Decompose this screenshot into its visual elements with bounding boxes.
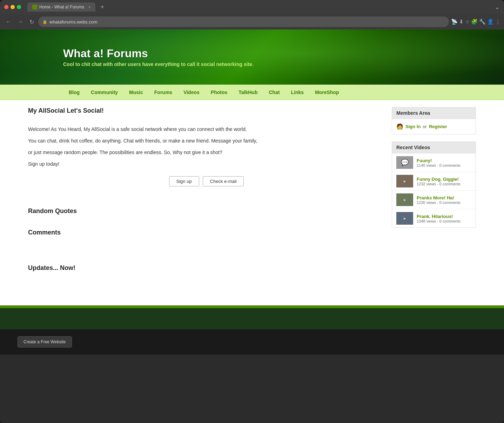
browser-toolbar: ← → ↻ 🔒 whataforums.webs.com 📡 ⬇ ☆ 🧩 🔧 👤… bbox=[0, 14, 504, 29]
url-text: whataforums.webs.com bbox=[49, 19, 98, 25]
video-title-2[interactable]: Funny Dog. Giggle! bbox=[417, 177, 461, 182]
recent-videos-header: Recent Videos bbox=[392, 142, 476, 153]
toolbar-actions: 📡 ⬇ ☆ 🧩 🔧 👤 ⋮ bbox=[451, 19, 500, 25]
tab-close-icon[interactable]: × bbox=[88, 5, 90, 9]
check-email-button[interactable]: Check e-mail bbox=[203, 176, 244, 186]
extension-icon[interactable]: 🧩 bbox=[471, 19, 478, 25]
browser-titlebar: Home - What a! Forums × + ⌄ bbox=[0, 0, 504, 14]
video-meta-2: 1232 views - 0 comments bbox=[417, 182, 461, 186]
video-info-2: Funny Dog. Giggle! 1232 views - 0 commen… bbox=[417, 177, 461, 186]
video-item-2: ▶ Funny Dog. Giggle! 1232 views - 0 comm… bbox=[392, 172, 476, 191]
content-area: My AllSocial Let's Social! Welcome! As Y… bbox=[28, 100, 385, 305]
video-item-4: ▶ Prank. Hilarious! 1348 views - 0 comme… bbox=[392, 209, 476, 227]
address-bar[interactable]: 🔒 whataforums.webs.com bbox=[38, 16, 449, 27]
nav-item-moreshop[interactable]: MoreShop bbox=[309, 85, 344, 100]
nav-item-photos[interactable]: Photos bbox=[205, 85, 233, 100]
minimize-button[interactable] bbox=[11, 5, 15, 9]
paragraph-4: Sign up today! bbox=[28, 160, 385, 168]
menu-icon[interactable]: ⋮ bbox=[495, 19, 500, 25]
sidebar: Members Area 🧑 Sign In or Register Recen… bbox=[392, 100, 476, 305]
paragraph-2: You can chat, drink hot coffee, do anyth… bbox=[28, 137, 385, 145]
create-website-button[interactable]: Create a Free Website bbox=[18, 336, 72, 348]
video-title-3[interactable]: Pranks More! Ha! bbox=[417, 195, 461, 200]
random-quotes-title: Random Quotes bbox=[28, 207, 385, 215]
nav-item-talkhub[interactable]: TalkHub bbox=[233, 85, 263, 100]
updates-section: Updates... Now! bbox=[28, 264, 385, 272]
save-page-icon[interactable]: ⬇ bbox=[459, 19, 464, 25]
recent-videos-section: Recent Videos 💬 Fuuny! 1140 views - 0 co… bbox=[392, 141, 476, 228]
maximize-button[interactable] bbox=[17, 5, 21, 9]
video-meta-1: 1140 views - 0 comments bbox=[417, 163, 461, 167]
forward-button[interactable]: → bbox=[15, 17, 25, 26]
sign-up-button[interactable]: Sign up bbox=[169, 176, 199, 186]
video-meta-3: 1230 views - 0 comments bbox=[417, 200, 461, 205]
updates-title: Updates... Now! bbox=[28, 264, 385, 272]
lock-icon: 🔒 bbox=[42, 20, 47, 24]
nav-item-forums[interactable]: Forums bbox=[149, 85, 178, 100]
paragraph-1: Welcome! As You Heard, My AllSocial is a… bbox=[28, 126, 385, 133]
main-content-area: My AllSocial Let's Social! Welcome! As Y… bbox=[0, 100, 504, 305]
site-title: What a! Forums bbox=[63, 47, 441, 60]
video-item-1: 💬 Fuuny! 1140 views - 0 comments bbox=[392, 153, 476, 172]
video-info-1: Fuuny! 1140 views - 0 comments bbox=[417, 158, 461, 167]
paragraph-3: or just message random people. The possi… bbox=[28, 149, 385, 156]
comments-title: Comments bbox=[28, 229, 385, 236]
nav-item-videos[interactable]: Videos bbox=[178, 85, 205, 100]
bottom-bar: Create a Free Website bbox=[0, 329, 504, 355]
site-footer bbox=[0, 308, 504, 329]
main-nav: Blog Community Music Forums Videos Photo… bbox=[0, 85, 504, 100]
video-info-3: Pranks More! Ha! 1230 views - 0 comments bbox=[417, 195, 461, 205]
sign-in-row: 🧑 Sign In or Register bbox=[396, 123, 471, 130]
window-controls-icon[interactable]: ⌄ bbox=[495, 3, 500, 11]
bookmark-icon[interactable]: ☆ bbox=[465, 19, 470, 25]
user-icon: 🧑 bbox=[396, 123, 403, 130]
random-quotes-section: Random Quotes bbox=[28, 207, 385, 215]
new-tab-button[interactable]: + bbox=[100, 4, 104, 11]
or-text: or bbox=[423, 124, 427, 129]
page-title: My AllSocial Let's Social! bbox=[28, 107, 385, 114]
browser-tab[interactable]: Home - What a! Forums × bbox=[27, 2, 95, 12]
video-thumb-1: 💬 bbox=[396, 156, 413, 169]
footer-strip bbox=[0, 305, 504, 308]
video-thumb-2: ▶ bbox=[396, 175, 413, 187]
traffic-lights bbox=[4, 5, 21, 9]
hero-banner: What a! Forums Cool to chit chat with ot… bbox=[0, 29, 504, 85]
video-item-3: ▶ Pranks More! Ha! 1230 views - 0 commen… bbox=[392, 191, 476, 209]
members-area-body: 🧑 Sign In or Register bbox=[392, 119, 476, 134]
refresh-button[interactable]: ↻ bbox=[27, 17, 36, 27]
close-button[interactable] bbox=[4, 5, 8, 9]
nav-item-chat[interactable]: Chat bbox=[263, 85, 285, 100]
members-area: Members Area 🧑 Sign In or Register bbox=[392, 107, 476, 134]
action-buttons: Sign up Check e-mail bbox=[28, 176, 385, 186]
browser-window: Home - What a! Forums × + ⌄ ← → ↻ 🔒 what… bbox=[0, 0, 504, 423]
back-button[interactable]: ← bbox=[4, 17, 13, 26]
tab-title: Home - What a! Forums bbox=[39, 5, 84, 9]
browser-content: What a! Forums Cool to chit chat with ot… bbox=[0, 29, 504, 355]
site-subtitle: Cool to chit chat with other users have … bbox=[63, 61, 441, 67]
video-info-4: Prank. Hilarious! 1348 views - 0 comment… bbox=[417, 214, 461, 223]
tab-favicon bbox=[32, 5, 37, 9]
nav-item-community[interactable]: Community bbox=[85, 85, 123, 100]
website: What a! Forums Cool to chit chat with ot… bbox=[0, 29, 504, 329]
nav-item-links[interactable]: Links bbox=[285, 85, 310, 100]
video-meta-4: 1348 views - 0 comments bbox=[417, 219, 461, 223]
comments-section: Comments bbox=[28, 229, 385, 236]
register-link[interactable]: Register bbox=[429, 124, 447, 129]
nav-item-music[interactable]: Music bbox=[123, 85, 149, 100]
cast-icon[interactable]: 📡 bbox=[451, 19, 458, 25]
sign-in-link[interactable]: Sign In bbox=[405, 124, 421, 129]
video-title-1[interactable]: Fuuny! bbox=[417, 158, 461, 163]
puzzle-icon[interactable]: 🔧 bbox=[479, 19, 486, 25]
nav-item-blog[interactable]: Blog bbox=[63, 85, 85, 100]
profile-icon[interactable]: 👤 bbox=[487, 19, 494, 25]
members-area-header: Members Area bbox=[392, 107, 476, 119]
video-thumb-4: ▶ bbox=[396, 212, 413, 225]
video-thumb-3: ▶ bbox=[396, 193, 413, 206]
video-title-4[interactable]: Prank. Hilarious! bbox=[417, 214, 461, 219]
